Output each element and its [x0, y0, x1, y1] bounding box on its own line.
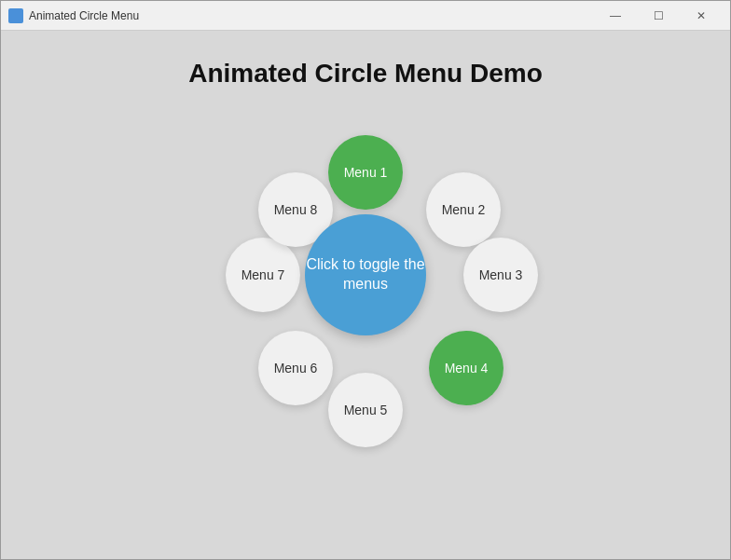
window-controls: — ☐ ✕: [594, 1, 723, 31]
menu-item-5-label: Menu 5: [344, 403, 388, 417]
menu-item-5[interactable]: Menu 5: [328, 373, 403, 447]
menu-item-6[interactable]: Menu 6: [258, 331, 333, 405]
menu-item-6-label: Menu 6: [274, 361, 318, 376]
menu-item-1[interactable]: Menu 1: [328, 135, 403, 210]
app-icon: [8, 8, 23, 23]
close-button[interactable]: ✕: [680, 1, 723, 31]
menu-item-4[interactable]: Menu 4: [429, 331, 503, 405]
menu-item-2[interactable]: Menu 2: [426, 172, 501, 247]
titlebar: Animated Circle Menu — ☐ ✕: [1, 1, 730, 31]
page-title: Animated Circle Menu Demo: [188, 59, 543, 89]
app-window: Animated Circle Menu — ☐ ✕ Animated Circ…: [0, 0, 731, 560]
main-content: Animated Circle Menu Demo Click to toggl…: [1, 31, 730, 559]
menu-item-8-label: Menu 8: [274, 202, 318, 217]
window-title: Animated Circle Menu: [29, 9, 594, 22]
menu-item-3[interactable]: Menu 3: [463, 238, 538, 312]
menu-item-4-label: Menu 4: [445, 361, 489, 376]
center-toggle-button[interactable]: Click to toggle the menus: [305, 214, 426, 335]
maximize-button[interactable]: ☐: [637, 1, 680, 31]
minimize-button[interactable]: —: [594, 1, 637, 31]
circle-menu: Click to toggle the menus Menu 1 Menu 2 …: [188, 116, 543, 433]
menu-item-7[interactable]: Menu 7: [226, 238, 300, 312]
menu-item-2-label: Menu 2: [442, 202, 486, 217]
menu-item-3-label: Menu 3: [479, 267, 523, 282]
menu-item-7-label: Menu 7: [241, 267, 285, 282]
menu-item-1-label: Menu 1: [344, 165, 388, 180]
